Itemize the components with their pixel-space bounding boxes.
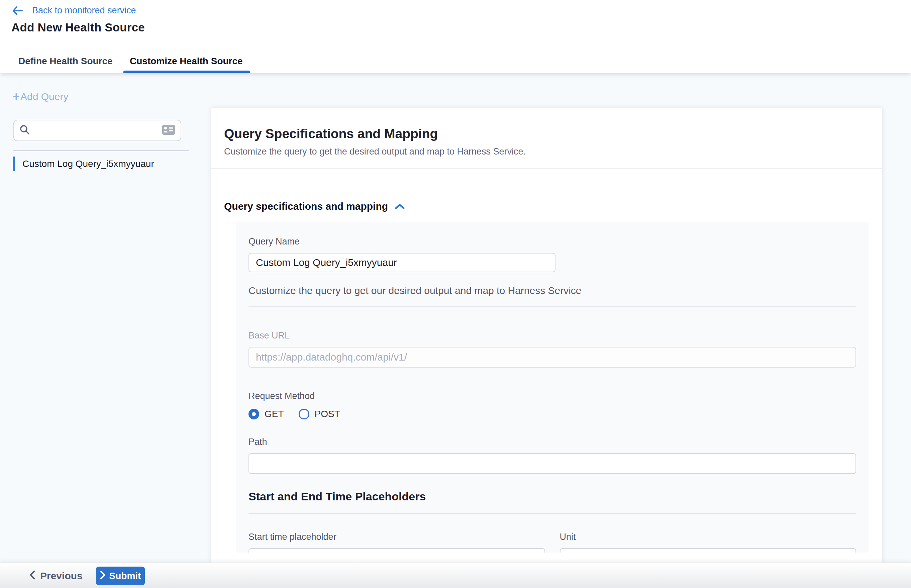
base-url-input[interactable] [249,347,856,368]
chevron-up-icon [388,204,405,209]
saved-searches-icon[interactable] [162,124,175,136]
footer-bar: Previous Submit [0,562,911,588]
start-time-field: Start time placeholder [249,532,545,552]
previous-button-label: Previous [40,570,82,582]
active-tab-underline [123,71,250,73]
request-method-radio-group: GET POST [249,409,856,419]
placeholders-divider [249,513,856,514]
radio-post-icon [299,409,309,419]
arrow-left-icon [12,6,23,15]
form-divider [249,306,856,307]
submit-button[interactable]: Submit [96,567,145,585]
page-title: Add New Health Source [11,21,145,34]
chevron-left-icon [29,570,36,582]
start-time-label: Start time placeholder [249,532,545,542]
radio-option-post[interactable]: POST [299,409,340,419]
unit-select[interactable]: Seconds [560,548,856,552]
page: Back to monitored service Add New Health… [0,0,911,588]
main-panel: Query Specifications and Mapping Customi… [212,108,882,562]
search-input[interactable] [35,125,157,136]
add-query-label: Add Query [20,91,68,102]
sidebar-divider [13,150,189,151]
radio-post-label: POST [315,409,340,419]
back-link[interactable]: Back to monitored service [12,5,136,16]
query-search-box[interactable] [13,120,181,141]
query-help-text: Customize the query to get our desired o… [249,285,856,296]
placeholders-row: Start time placeholder Unit Seconds [249,532,856,552]
placeholders-heading: Start and End Time Placeholders [249,490,856,503]
top-header: Back to monitored service Add New Health… [0,0,911,50]
query-list-item-label: Custom Log Query_i5xmyyuaur [23,158,154,169]
section-toggle[interactable]: Query specifications and mapping [224,201,405,212]
start-time-input[interactable] [249,548,545,552]
tab-define-health-source[interactable]: Define Health Source [18,50,113,73]
query-list-item[interactable]: Custom Log Query_i5xmyyuaur [13,156,193,172]
query-form-panel: Query Name Customize the query to get ou… [236,222,869,552]
search-icon [19,124,30,136]
section-title: Query specifications and mapping [224,201,388,212]
submit-button-label: Submit [109,570,141,581]
path-input[interactable] [249,453,856,474]
unit-field: Unit Seconds [560,532,856,552]
panel-title: Query Specifications and Mapping [224,126,869,141]
radio-get-icon [249,409,259,419]
previous-button[interactable]: Previous [29,563,82,588]
selected-indicator-bar [13,157,15,171]
plus-icon: + [13,92,20,102]
unit-label: Unit [560,532,856,542]
path-label: Path [249,437,856,447]
base-url-label: Base URL [249,330,856,341]
query-name-input[interactable] [249,253,556,272]
request-method-label: Request Method [249,391,856,401]
panel-header: Query Specifications and Mapping Customi… [212,108,882,169]
panel-subtitle: Customize the query to get the desired o… [224,147,869,157]
back-link-label: Back to monitored service [32,5,136,16]
radio-option-get[interactable]: GET [249,409,284,419]
tab-customize-health-source[interactable]: Customize Health Source [130,50,243,73]
chevron-right-icon [100,570,105,582]
query-name-label: Query Name [249,236,856,247]
add-query-button[interactable]: + Add Query [13,91,68,102]
tab-bar: Define Health Source Customize Health So… [0,50,911,73]
radio-get-label: GET [265,409,284,419]
